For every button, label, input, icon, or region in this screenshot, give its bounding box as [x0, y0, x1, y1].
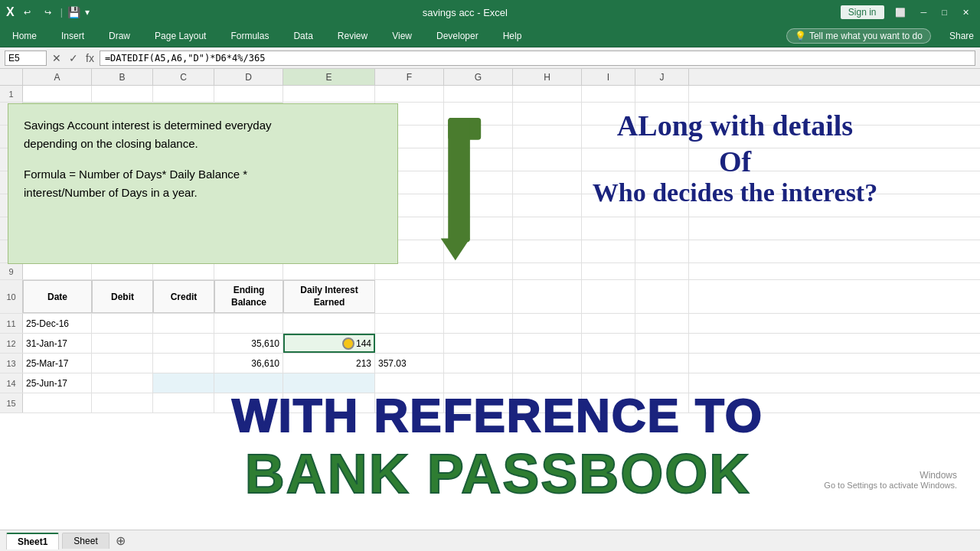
cell-ending-3[interactable]: 36,610 [214, 354, 283, 373]
cell-credit-3[interactable] [153, 354, 214, 373]
tab-page-layout[interactable]: Page Layout [149, 28, 212, 44]
cell-e9[interactable] [283, 263, 375, 279]
cell-h11[interactable] [513, 314, 582, 333]
share-button[interactable]: Share [949, 31, 974, 41]
cell-date-2[interactable]: 31-Jan-17 [23, 334, 92, 353]
tab-help[interactable]: Help [497, 28, 528, 44]
tab-developer[interactable]: Developer [430, 28, 485, 44]
col-header-j[interactable]: J [635, 69, 689, 85]
cell-interest-1[interactable] [283, 314, 375, 333]
cell-h9[interactable] [513, 263, 582, 279]
cell-a15[interactable] [23, 393, 92, 412]
header-credit[interactable]: Credit [153, 280, 214, 313]
header-debit[interactable]: Debit [92, 280, 153, 313]
cell-g9[interactable] [444, 263, 513, 279]
save-icon[interactable]: 💾 [67, 6, 80, 18]
cell-a1[interactable] [23, 86, 92, 102]
cell-f12[interactable] [375, 334, 444, 353]
col-header-d[interactable]: D [214, 69, 283, 85]
cell-j13[interactable] [635, 354, 689, 373]
cell-d1[interactable] [214, 86, 283, 102]
cancel-formula-button[interactable]: ✕ [50, 52, 64, 64]
cell-ending-2[interactable]: 35,610 [214, 334, 283, 353]
cell-debit-4[interactable] [92, 373, 153, 393]
undo-button[interactable]: ↩ [19, 6, 35, 19]
sheet-tab-2[interactable]: Sheet [62, 533, 109, 549]
tab-formulas[interactable]: Formulas [224, 28, 275, 44]
header-date[interactable]: Date [23, 280, 92, 313]
minimize-button[interactable]: ─ [916, 6, 932, 18]
redo-button[interactable]: ↪ [40, 6, 56, 19]
cell-i11[interactable] [582, 314, 635, 333]
cell-h1[interactable] [513, 86, 582, 102]
cell-h10[interactable] [513, 280, 582, 313]
col-header-c[interactable]: C [153, 69, 214, 85]
add-sheet-button[interactable]: ⊕ [116, 533, 126, 548]
col-header-e[interactable]: E [283, 69, 375, 85]
header-daily-interest[interactable]: Daily Interest Earned [283, 280, 375, 313]
cell-g13[interactable] [444, 354, 513, 373]
cell-a9[interactable] [23, 263, 92, 279]
cell-date-3[interactable]: 25-Mar-17 [23, 354, 92, 373]
cell-b15[interactable] [92, 393, 153, 412]
cell-b9[interactable] [92, 263, 153, 279]
cell-debit-2[interactable] [92, 334, 153, 353]
cell-i10[interactable] [582, 280, 635, 313]
col-header-b[interactable]: B [92, 69, 153, 85]
cell-g10[interactable] [444, 280, 513, 313]
cell-j1[interactable] [635, 86, 689, 102]
cell-j12[interactable] [635, 334, 689, 353]
insert-function-button[interactable]: fx [83, 52, 96, 64]
cell-date-1[interactable]: 25-Dec-16 [23, 314, 92, 333]
cell-h7[interactable] [513, 217, 582, 240]
cell-j7[interactable] [635, 217, 689, 240]
tell-me-box[interactable]: 💡 Tell me what you want to do [786, 28, 931, 44]
tab-home[interactable]: Home [6, 28, 43, 44]
sign-in-button[interactable]: Sign in [841, 5, 884, 19]
col-header-f[interactable]: F [375, 69, 444, 85]
cell-f10[interactable] [375, 280, 444, 313]
cell-d9[interactable] [214, 263, 283, 279]
cell-h8[interactable] [513, 240, 582, 262]
tab-draw[interactable]: Draw [103, 28, 136, 44]
ribbon-display-button[interactable]: ⬜ [890, 6, 910, 19]
cell-debit-3[interactable] [92, 354, 153, 373]
col-header-h[interactable]: H [513, 69, 582, 85]
cell-interest-2[interactable]: 144 [283, 334, 375, 353]
cell-b1[interactable] [92, 86, 153, 102]
cell-f13[interactable]: 357.03 [375, 354, 444, 373]
cell-i8[interactable] [582, 240, 635, 262]
cell-date-4[interactable]: 25-Jun-17 [23, 373, 92, 393]
cell-credit-2[interactable] [153, 334, 214, 353]
cell-i13[interactable] [582, 354, 635, 373]
cell-f1[interactable] [375, 86, 444, 102]
cell-i9[interactable] [582, 263, 635, 279]
cell-debit-1[interactable] [92, 314, 153, 333]
cell-g11[interactable] [444, 314, 513, 333]
cell-i1[interactable] [582, 86, 635, 102]
formula-input[interactable] [100, 51, 975, 66]
cell-h12[interactable] [513, 334, 582, 353]
cell-i7[interactable] [582, 217, 635, 240]
tab-review[interactable]: Review [332, 28, 374, 44]
cell-credit-1[interactable] [153, 314, 214, 333]
sheet-tab-1[interactable]: Sheet1 [6, 533, 59, 549]
cell-reference-box[interactable] [5, 51, 47, 66]
cell-ending-1[interactable] [214, 314, 283, 333]
maximize-button[interactable]: □ [937, 6, 952, 18]
cell-e1[interactable] [283, 86, 375, 102]
tab-view[interactable]: View [386, 28, 418, 44]
cell-f11[interactable] [375, 314, 444, 333]
cell-interest-3[interactable]: 213 [283, 354, 375, 373]
col-header-g[interactable]: G [444, 69, 513, 85]
cell-g1[interactable] [444, 86, 513, 102]
cell-j8[interactable] [635, 240, 689, 262]
tab-insert[interactable]: Insert [55, 28, 90, 44]
cell-i12[interactable] [582, 334, 635, 353]
close-button[interactable]: ✕ [958, 6, 974, 19]
col-header-i[interactable]: I [582, 69, 635, 85]
confirm-formula-button[interactable]: ✓ [67, 52, 80, 64]
cell-j10[interactable] [635, 280, 689, 313]
cell-h13[interactable] [513, 354, 582, 373]
cell-j11[interactable] [635, 314, 689, 333]
